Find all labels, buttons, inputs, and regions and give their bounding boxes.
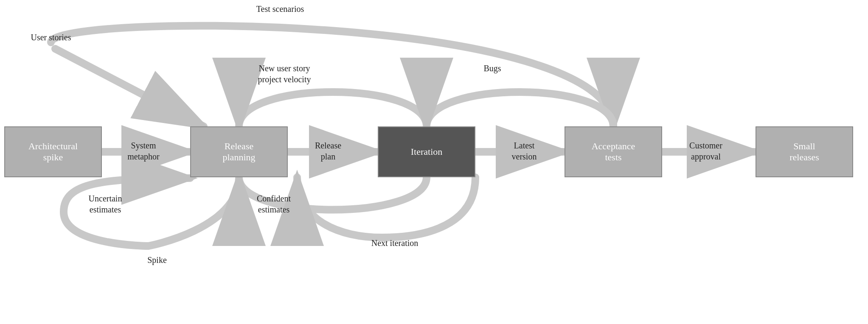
test-scenarios-label: Test scenarios: [238, 3, 323, 14]
confident-estimates-label: Confidentestimates: [231, 193, 316, 215]
acceptance-tests-box: Acceptancetests: [565, 126, 662, 177]
new-user-story-label: New user storyproject velocity: [238, 63, 331, 85]
release-plan-label: Releaseplan: [292, 140, 364, 162]
uncertain-estimates-label: Uncertainestimates: [63, 193, 148, 215]
system-metaphor-label: Systemmetaphor: [105, 140, 182, 162]
svg-line-2: [55, 49, 204, 126]
latest-version-label: Latestversion: [490, 140, 558, 162]
customer-approval-label: Customerapproval: [666, 140, 746, 162]
user-stories-label: User stories: [13, 32, 89, 43]
small-releases-box: Smallreleases: [756, 126, 853, 177]
release-planning-box: Releaseplanning: [190, 126, 288, 177]
next-iteration-label: Next iteration: [348, 237, 441, 249]
iteration-box: Iteration: [378, 126, 475, 177]
diagram: Architecturalspike Releaseplanning Itera…: [0, 0, 868, 324]
spike-label: Spike: [132, 254, 183, 265]
bugs-label: Bugs: [467, 63, 518, 74]
arch-spike-box: Architecturalspike: [4, 126, 102, 177]
